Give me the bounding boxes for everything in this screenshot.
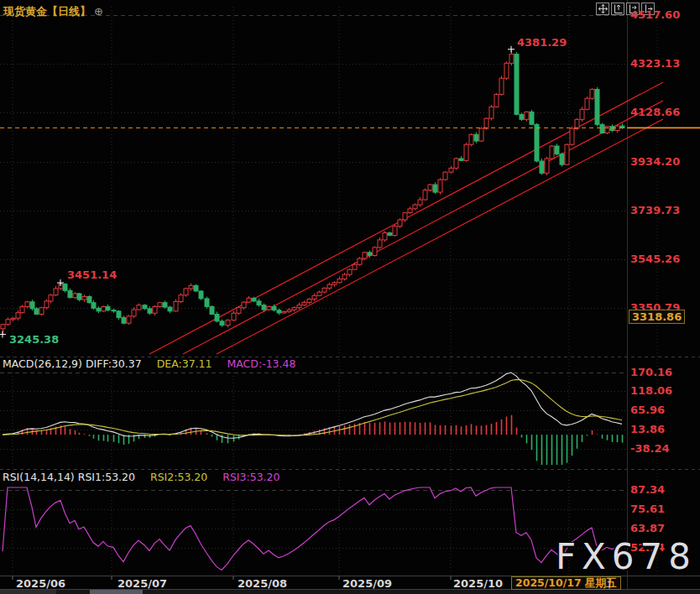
macd-params-and-diff: MACD(26,12,9) DIFF:30.37 — [3, 357, 142, 370]
candle-body — [210, 306, 214, 314]
rsi-header: RSI(14,14,14) RSI1:53.20 RSI2:53.20 RSI3… — [3, 471, 279, 483]
scrollbar-thumb[interactable] — [90, 590, 143, 594]
candle-body — [242, 302, 246, 308]
candle-body — [168, 307, 172, 311]
candle-body — [494, 94, 499, 107]
candle-body — [509, 55, 514, 64]
candle-body — [474, 134, 478, 141]
candle-body — [63, 284, 67, 291]
period-label: 【日线】 — [47, 5, 91, 18]
candle-body — [449, 168, 453, 172]
move-crosshair-icon[interactable] — [596, 3, 609, 15]
candle-body — [302, 302, 306, 305]
candle-body — [515, 55, 519, 115]
macd-axis-label: 65.96 — [630, 404, 665, 416]
candle-body — [30, 302, 34, 309]
candle-body — [215, 314, 219, 320]
candle-body — [39, 308, 44, 315]
candle-body — [464, 144, 468, 160]
add-indicator-icon[interactable]: ⊕ — [94, 5, 103, 18]
candle-body — [358, 258, 362, 264]
macd-axis-label: 118.06 — [630, 384, 672, 397]
price-axis-label: 4128.66 — [630, 106, 680, 118]
candle-body — [570, 128, 574, 144]
trend-channel-line — [217, 119, 663, 354]
candle-body — [363, 253, 367, 258]
candle-body — [317, 292, 321, 295]
candle-body — [237, 308, 241, 314]
candle-body — [484, 118, 488, 128]
candle-body — [77, 294, 81, 300]
candle-body — [297, 305, 301, 308]
candle-body — [68, 290, 72, 297]
candle-body — [220, 321, 224, 326]
candle-body — [307, 300, 311, 303]
gold-daily-chart-window: 现货黄金【日线】⊕ MACD(26,12,9) DIFF:30.37 DEA:3… — [0, 0, 700, 594]
candle-body — [605, 127, 609, 133]
candle-body — [428, 185, 432, 190]
candle-body — [232, 313, 236, 320]
candle-body — [525, 112, 529, 119]
candle-body — [504, 63, 509, 78]
price-axis-label: 4323.13 — [630, 57, 680, 70]
candle-body — [226, 320, 230, 326]
candle-body — [189, 285, 193, 289]
fx678-watermark: FX678 — [556, 536, 697, 577]
extremum-price-label: 3245.38 — [9, 333, 59, 346]
candle-body — [403, 213, 407, 220]
candle-body — [158, 303, 162, 307]
price-axis-highlight-box: 3318.86 — [629, 310, 685, 324]
candle-body — [610, 127, 614, 131]
candle-body — [292, 308, 296, 310]
selected-date-label: 2025/10/17 星期五 — [511, 576, 621, 590]
candle-body — [555, 146, 559, 154]
candle-body — [20, 306, 24, 312]
candle-body — [545, 159, 549, 173]
candle-body — [11, 318, 15, 319]
candle-body — [560, 154, 564, 165]
trend-channel-line — [183, 101, 663, 354]
candle-body — [49, 295, 53, 301]
candle-body — [408, 209, 412, 213]
candle-body — [179, 295, 183, 302]
candlestick-chart-canvas[interactable] — [0, 0, 700, 594]
candle-body — [469, 134, 473, 144]
candle-body — [87, 297, 91, 303]
candle-body — [73, 294, 77, 298]
candle-body — [257, 301, 261, 305]
candle-body — [148, 309, 152, 313]
candle-body — [184, 289, 188, 295]
macd-axis-label: 170.16 — [630, 366, 672, 378]
candle-body — [337, 279, 342, 283]
rsi3-value: RSI3:53.20 — [222, 471, 279, 483]
candle-body — [342, 274, 347, 279]
rsi-axis-label: 75.61 — [630, 503, 665, 515]
candle-body — [595, 89, 599, 124]
candle-body — [540, 161, 544, 173]
candle-body — [252, 298, 256, 301]
candle-body — [91, 303, 96, 309]
candle-body — [44, 301, 49, 308]
candle-body — [353, 264, 357, 269]
candle-body — [580, 109, 584, 119]
candle-body — [388, 233, 392, 236]
candle-body — [25, 302, 29, 307]
scrollbar-segment-left — [0, 590, 56, 594]
candle-body — [6, 320, 10, 325]
candle-body — [54, 289, 58, 295]
axis-cursor-tick: | — [608, 577, 611, 589]
candle-body — [1, 325, 5, 329]
candle-body — [272, 306, 276, 310]
fit-price-axis-icon[interactable] — [611, 3, 624, 15]
candle-body — [443, 172, 447, 180]
macd-dea-value: DEA:37.11 — [157, 357, 212, 370]
price-axis-label: 3545.26 — [630, 253, 680, 265]
candle-body — [438, 180, 442, 192]
candle-body — [163, 303, 167, 307]
rsi-params-and-rsi1: RSI(14,14,14) RSI1:53.20 — [3, 471, 135, 483]
candle-body — [590, 89, 594, 98]
candle-body — [423, 190, 427, 200]
rsi2-value: RSI2:53.20 — [150, 471, 207, 483]
candle-body — [16, 313, 20, 319]
candle-body — [143, 305, 147, 309]
